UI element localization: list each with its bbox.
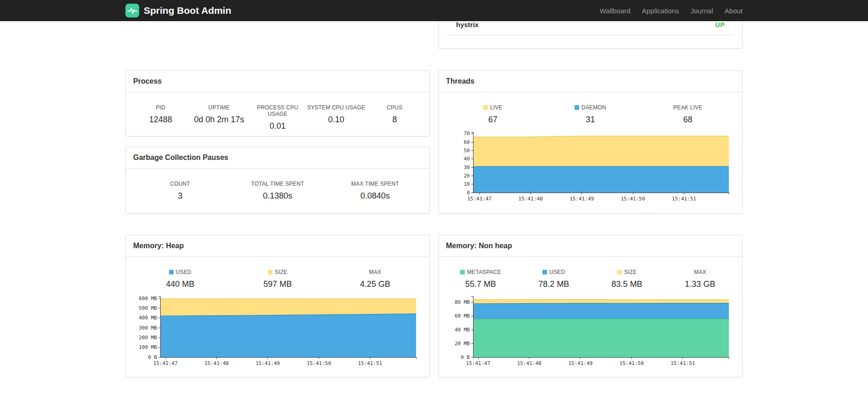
nav-wallboard[interactable]: Wallboard	[600, 7, 631, 15]
svg-text:10: 10	[464, 181, 470, 187]
svg-text:15:41:51: 15:41:51	[358, 360, 382, 366]
stat-label-text: USED	[176, 269, 192, 275]
stat-value: 0.1380s	[229, 191, 326, 201]
stat-heap-max: MAX 4.25 GB	[327, 269, 424, 289]
stat-heap-used: USED 440 MB	[131, 269, 229, 289]
svg-text:15:41:47: 15:41:47	[153, 360, 178, 366]
nonheap-panel-title: Memory: Non heap	[439, 235, 742, 257]
stat-label: DAEMON	[541, 104, 639, 111]
stat-process-cpu: PROCESS CPU USAGE 0.01	[248, 104, 307, 131]
svg-text:20 MB: 20 MB	[455, 341, 470, 347]
svg-text:60: 60	[464, 139, 470, 145]
stat-uptime: UPTIME 0d 0h 2m 17s	[190, 104, 248, 131]
stat-label: PROCESS CPU USAGE	[248, 104, 307, 117]
nonheap-stats: METASPACE 55.7 MB USED 78.2 MB SIZE 83.5…	[439, 257, 742, 289]
main-content: hystrix UP Process PID 12488 UPTIME 0d 0…	[125, 0, 743, 410]
legend-used-swatch	[542, 270, 547, 274]
stat-label: UPTIME	[190, 104, 248, 111]
legend-daemon-swatch	[575, 105, 579, 110]
stat-nonheap-size: SIZE 83.5 MB	[591, 269, 664, 289]
stat-label: MAX	[327, 269, 424, 275]
stat-threads-live: LIVE 67	[444, 104, 541, 125]
svg-text:15:41:48: 15:41:48	[519, 196, 543, 202]
svg-text:40 MB: 40 MB	[455, 327, 470, 333]
svg-text:15:41:47: 15:41:47	[466, 360, 490, 366]
stat-value: 31	[541, 115, 639, 125]
stat-label-text: SIZE	[624, 269, 637, 275]
stat-value: 440 MB	[131, 279, 229, 289]
svg-text:0 B: 0 B	[148, 354, 157, 360]
stat-gc-count: COUNT 3	[131, 181, 229, 201]
stat-nonheap-used: USED 78.2 MB	[517, 269, 590, 289]
nav-about[interactable]: About	[725, 7, 743, 15]
svg-text:300 MB: 300 MB	[139, 325, 157, 331]
stat-label: SIZE	[591, 269, 664, 275]
stat-value: 78.2 MB	[517, 279, 590, 289]
nav-applications[interactable]: Applications	[642, 7, 679, 15]
threads-panel-title: Threads	[439, 71, 742, 92]
heap-stats: USED 440 MB SIZE 597 MB MAX 4.25 GB	[126, 257, 429, 289]
stat-nonheap-max: MAX 1.33 GB	[664, 269, 737, 289]
stat-label: MAX	[664, 269, 737, 275]
svg-text:15:41:51: 15:41:51	[672, 196, 696, 202]
stat-label: SIZE	[229, 269, 326, 275]
stat-label-text: MAX	[694, 269, 706, 275]
gc-panel-title: Garbage Collection Pauses	[126, 147, 429, 169]
nav-links: Wallboard Applications Journal About	[588, 7, 743, 15]
stat-system-cpu: SYSTEM CPU USAGE 0.10	[307, 104, 365, 131]
nav-journal[interactable]: Journal	[691, 7, 713, 15]
threads-chart: 01020304050607015:41:4715:41:4815:41:491…	[439, 129, 742, 207]
svg-text:60 MB: 60 MB	[455, 313, 470, 319]
stat-value: 67	[444, 115, 541, 125]
stat-metaspace: METASPACE 55.7 MB	[444, 269, 517, 289]
stat-label-text: LIVE	[490, 104, 502, 111]
application-status-row[interactable]: hystrix UP	[446, 21, 735, 35]
svg-text:50: 50	[464, 148, 470, 154]
nonheap-chart: 0 B20 MB40 MB60 MB80 MB15:41:4715:41:481…	[439, 294, 742, 372]
svg-text:600 MB: 600 MB	[139, 296, 157, 302]
svg-text:15:41:47: 15:41:47	[467, 196, 491, 202]
stat-value: 8	[366, 115, 424, 125]
stat-value: 3	[131, 191, 229, 201]
brand-link[interactable]: Spring Boot Admin	[125, 4, 231, 17]
svg-text:15:41:48: 15:41:48	[204, 360, 229, 366]
stat-gc-total-time: TOTAL TIME SPENT 0.1380s	[229, 181, 326, 201]
svg-text:20: 20	[464, 173, 470, 179]
svg-text:15:41:49: 15:41:49	[569, 196, 594, 202]
stat-value: 1.33 GB	[664, 279, 737, 289]
application-name-link[interactable]: hystrix	[456, 21, 479, 28]
brand-title: Spring Boot Admin	[144, 5, 231, 16]
stat-label: CPUS	[366, 104, 424, 111]
heap-panel-title: Memory: Heap	[126, 235, 429, 257]
stat-value: 4.25 GB	[327, 279, 424, 289]
stat-label-text: PEAK LIVE	[673, 104, 702, 111]
svg-text:500 MB: 500 MB	[139, 305, 157, 311]
stat-label-text: DAEMON	[581, 104, 606, 111]
stat-gc-max-time: MAX TIME SPENT 0.0840s	[327, 181, 424, 201]
stat-value: 0.01	[248, 121, 307, 131]
process-panel-title: Process	[126, 71, 429, 92]
navbar: Spring Boot Admin Wallboard Applications…	[0, 0, 868, 21]
stat-label: LIVE	[444, 104, 541, 111]
svg-text:80 MB: 80 MB	[455, 299, 470, 305]
svg-text:0: 0	[467, 190, 470, 196]
stat-label: USED	[131, 269, 229, 275]
svg-text:15:41:50: 15:41:50	[307, 360, 331, 366]
svg-text:15:41:50: 15:41:50	[620, 360, 644, 366]
stat-value: 597 MB	[229, 279, 326, 289]
svg-text:70: 70	[464, 131, 470, 137]
stat-label: MAX TIME SPENT	[327, 181, 424, 187]
legend-size-swatch	[268, 270, 272, 274]
stat-value: 12488	[131, 115, 190, 125]
heap-chart: 0 B100 MB200 MB300 MB400 MB500 MB600 MB1…	[126, 294, 429, 372]
svg-text:200 MB: 200 MB	[139, 335, 157, 341]
memory-nonheap-panel: Memory: Non heap METASPACE 55.7 MB USED …	[438, 235, 743, 377]
svg-text:15:41:48: 15:41:48	[517, 360, 541, 366]
svg-text:0 B: 0 B	[461, 354, 470, 360]
process-panel: Process PID 12488 UPTIME 0d 0h 2m 17s PR…	[125, 70, 430, 137]
stat-value: 68	[639, 115, 737, 125]
navbar-inner: Spring Boot Admin Wallboard Applications…	[125, 0, 743, 21]
status-badge: UP	[716, 21, 725, 28]
stat-label-text: MAX	[369, 269, 382, 275]
stat-heap-size: SIZE 597 MB	[229, 269, 326, 289]
